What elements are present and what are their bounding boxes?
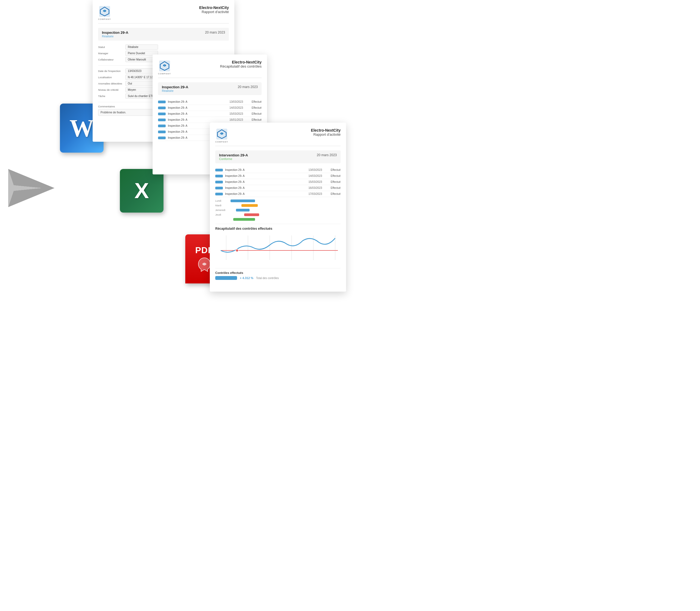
control-row-item: Inspection 29- A 16/01/2023 Effectué — [158, 117, 262, 123]
company-logo-third: COMPANY — [215, 128, 228, 143]
control-indicator — [158, 107, 166, 109]
control-indicator — [215, 193, 223, 195]
inspection-bar-third: Intervention 29-A Conforme 20 mars 2023 — [215, 150, 341, 163]
svg-point-5 — [164, 64, 165, 66]
control-row-item: Inspection 29- A 17/03/2023 Effectué — [215, 191, 341, 197]
svg-point-7 — [221, 133, 223, 134]
gantt-row-1: Lundi — [215, 199, 341, 203]
line-chart-container — [215, 233, 341, 266]
doc-title-block-main: Electro-NextCity Rapport d'activité — [199, 5, 229, 14]
control-indicator — [158, 113, 166, 115]
logo-svg — [99, 5, 110, 17]
control-indicator — [215, 169, 223, 172]
control-row-item: Inspection 29- A 15/03/2023 Effectué — [215, 179, 341, 185]
inspection-bar-second: Inspection 29-A Réalisée 20 mars 2023 — [158, 82, 262, 95]
gantt-row-4: Jeudi — [215, 213, 341, 217]
control-row-item: Inspection 29- A 15/03/2023 Effectué — [158, 111, 262, 117]
control-indicator — [158, 124, 166, 127]
controls-summary: Contrôles effectués + 4.312 % Total des … — [215, 268, 341, 280]
gantt-row-5 — [215, 218, 341, 221]
logo-svg-third — [216, 128, 228, 140]
send-icon — [0, 158, 60, 218]
control-indicator — [158, 136, 166, 139]
svg-point-3 — [104, 10, 105, 12]
company-logo-second: COMPANY — [158, 60, 171, 75]
doc-header-main: COMPANY Electro-NextCity Rapport d'activ… — [98, 5, 229, 24]
gantt-row-2: Mardi — [215, 204, 341, 207]
doc-title-block-third: Electro-NextCity Rapport d'activité — [311, 128, 341, 136]
control-indicator — [158, 101, 166, 103]
control-row-item: Inspection 29- A 13/03/2023 Effectué — [158, 99, 262, 105]
control-indicator — [158, 131, 166, 133]
svg-point-15 — [236, 249, 238, 252]
control-row-item: Inspection 29- A 14/03/2023 Effectué — [158, 105, 262, 111]
control-row-item: Inspection 29- A 13/03/2023 Effectué — [215, 167, 341, 173]
control-indicator — [215, 181, 223, 183]
inspection-bar-main: Inspection 29-A Réalisée 20 mars 2023 — [98, 28, 229, 41]
field-statut: Statut Réalisée — [98, 44, 229, 49]
control-rows-third: Inspection 29- A 13/03/2023 Effectué Ins… — [215, 167, 341, 197]
control-row-item: Inspection 29- A 14/03/2023 Effectué — [215, 173, 341, 179]
control-indicator — [158, 119, 166, 121]
company-logo-main: COMPANY — [98, 5, 111, 20]
controls-bar-row: + 4.312 % Total des contrôles — [215, 276, 341, 280]
intervention-report: COMPANY Electro-NextCity Rapport d'activ… — [210, 123, 346, 292]
doc-header-third: COMPANY Electro-NextCity Rapport d'activ… — [215, 128, 341, 146]
controls-progress-bar — [215, 276, 237, 280]
doc-header-second: COMPANY Electro-NextCity Récapitulatif d… — [158, 60, 262, 78]
logo-svg-second — [159, 60, 170, 72]
doc-title-block-second: Electro-NextCity Récapitulatif des contr… — [220, 60, 262, 69]
line-chart-svg — [215, 233, 341, 266]
control-indicator — [215, 187, 223, 190]
gantt-row-3: Jemeredi — [215, 208, 341, 212]
excel-icon: X — [120, 169, 169, 223]
line-chart-section: Récapitulatif des contrôles effectués — [215, 224, 341, 266]
control-indicator — [215, 175, 223, 177]
control-row-item: Inspection 29- A 16/03/2023 Effectué — [215, 185, 341, 191]
gantt-chart: Lundi Mardi Jemeredi Jeudi — [215, 199, 341, 221]
